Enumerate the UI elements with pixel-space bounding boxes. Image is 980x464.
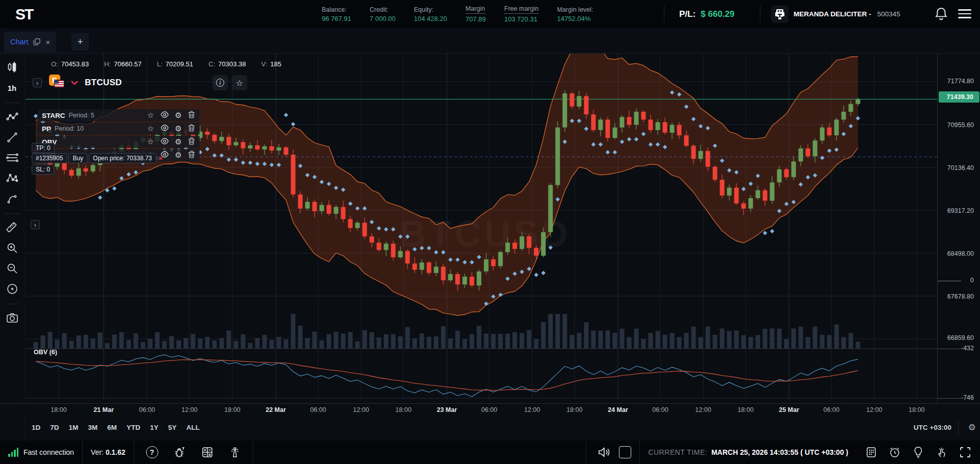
delete-trash-icon[interactable] xyxy=(188,151,195,160)
range-button-all[interactable]: ALL xyxy=(186,424,200,431)
time-tick: 22 Mar xyxy=(266,406,286,413)
ideas-lightbulb-icon[interactable] xyxy=(909,441,928,464)
favorite-star-icon[interactable]: ☆ xyxy=(147,125,154,133)
close-order-icon[interactable]: × xyxy=(159,154,163,162)
tab-chart[interactable]: Chart × xyxy=(4,32,56,52)
current-time: CURRENT TIME:MARCH 25, 2026 14:03:55 ( U… xyxy=(639,441,856,464)
status-tools: ? xyxy=(134,441,253,464)
time-tick: 18:00 xyxy=(224,406,240,413)
time-tick: 18:00 xyxy=(737,406,753,413)
trend-line-icon[interactable] xyxy=(4,129,21,146)
statusbar-checkbox[interactable] xyxy=(619,446,631,458)
gestures-touch-icon[interactable] xyxy=(932,441,951,464)
duplicate-tab-icon[interactable] xyxy=(33,38,40,45)
order-id-chip[interactable]: #1235905 xyxy=(32,153,67,163)
time-tick: 25 Mar xyxy=(779,406,799,413)
stat-value: 103 720.31 xyxy=(504,15,538,23)
range-button-5y[interactable]: 5Y xyxy=(168,424,177,431)
time-tick: 21 Mar xyxy=(93,406,114,413)
symbol-icon: B xyxy=(49,75,67,91)
delete-trash-icon[interactable] xyxy=(188,111,195,120)
take-profit-chip[interactable]: TP: 0 xyxy=(32,143,55,153)
range-button-7d[interactable]: 7D xyxy=(50,424,59,431)
time-tick: 24 Mar xyxy=(608,406,628,413)
economic-calendar-icon[interactable] xyxy=(862,441,881,464)
reset-zoom-target-icon[interactable] xyxy=(4,280,21,298)
screenshot-camera-icon[interactable] xyxy=(4,309,21,327)
toolbar-divider xyxy=(5,213,20,214)
speaker-icon[interactable] xyxy=(594,441,614,464)
favorite-star-icon[interactable]: ☆ xyxy=(147,112,154,119)
horizontal-lines-icon[interactable] xyxy=(4,149,21,166)
range-button-1m[interactable]: 1M xyxy=(69,424,79,431)
ohlc-item: L:70209.51 xyxy=(157,60,193,68)
menu-burger-icon[interactable] xyxy=(958,9,971,18)
add-tab-button[interactable]: + xyxy=(71,33,89,51)
visibility-eye-icon[interactable] xyxy=(160,138,169,146)
tab-chart-label[interactable]: Chart xyxy=(10,38,28,46)
beacon-icon[interactable] xyxy=(225,441,245,464)
avatar[interactable] xyxy=(771,6,788,23)
chart-settings-gear-icon[interactable]: ⚙ xyxy=(968,422,976,432)
indicator-params: Period: 5 xyxy=(69,112,94,119)
alarm-clock-icon[interactable] xyxy=(885,441,904,464)
account-stat: Margin707.89 xyxy=(466,5,486,23)
close-tab-icon[interactable]: × xyxy=(45,38,50,46)
ohlc-item: C:70303.38 xyxy=(208,60,246,68)
settings-gear-icon[interactable]: ⚙ xyxy=(175,125,182,133)
zoom-out-icon[interactable] xyxy=(4,260,21,277)
curve-icon[interactable] xyxy=(4,190,21,207)
delete-trash-icon[interactable] xyxy=(188,137,195,146)
range-button-ytd[interactable]: YTD xyxy=(127,424,140,431)
calculator-icon[interactable] xyxy=(198,441,217,464)
symbol-dropdown-chevron-icon[interactable] xyxy=(70,80,79,85)
order-open-price-chip[interactable]: Open price: 70338.73 xyxy=(89,153,156,163)
indicator-row[interactable]: PPPeriod: 10☆⚙ xyxy=(37,123,200,135)
delete-trash-icon[interactable] xyxy=(188,124,195,133)
time-tick: 06:00 xyxy=(310,406,326,413)
app-logo[interactable]: ST xyxy=(0,6,56,23)
indicator-row[interactable]: OBV☆⚙ xyxy=(37,136,200,148)
indicator-row[interactable]: STARCPeriod: 5☆⚙ xyxy=(37,109,200,121)
visibility-eye-icon[interactable] xyxy=(160,111,169,119)
xabcd-pattern-icon[interactable] xyxy=(4,169,21,187)
fullscreen-icon[interactable] xyxy=(955,441,975,464)
chart-type-candles-icon[interactable] xyxy=(4,59,21,76)
timezone-label[interactable]: UTC +03:00 xyxy=(914,424,951,431)
trading-app: ST Balance:96 767.91Credit:7 000.00Equit… xyxy=(0,0,980,464)
time-axis[interactable]: 18:0021 Mar06:0012:0018:0022 Mar06:0012:… xyxy=(0,403,980,418)
price-chart[interactable]: BTCUSD xyxy=(26,54,937,403)
notifications-bell-icon[interactable] xyxy=(935,7,950,22)
symbol-name[interactable]: BTCUSD xyxy=(85,78,122,88)
settings-gear-icon[interactable]: ⚙ xyxy=(175,112,182,119)
indicator-list-chevron-icon[interactable]: › xyxy=(31,220,40,229)
indicators-icon[interactable] xyxy=(4,108,21,126)
timeframe-button[interactable]: 1h xyxy=(4,79,21,96)
price-tick: 71774.80 xyxy=(947,78,974,85)
account-menu[interactable]: MERANDA DELICITER - 500345 xyxy=(771,0,900,28)
ohlc-label: C: xyxy=(208,60,215,68)
range-button-1y[interactable]: 1Y xyxy=(150,424,159,431)
time-tick: 12:00 xyxy=(866,406,882,413)
favorite-star-icon[interactable]: ☆ xyxy=(147,138,154,146)
settings-gear-icon[interactable]: ⚙ xyxy=(175,138,182,146)
order-side-chip[interactable]: Buy xyxy=(68,153,87,163)
stop-loss-chip[interactable]: SL: 0 xyxy=(32,164,54,175)
ohlc-readout: O:70453.83H:70660.57L:70209.51C:70303.38… xyxy=(51,60,281,68)
ruler-icon[interactable] xyxy=(4,219,21,236)
symbol-info-button[interactable]: i xyxy=(212,75,228,90)
visibility-eye-icon[interactable] xyxy=(160,125,169,133)
ohlc-label: H: xyxy=(104,60,111,68)
range-button-6m[interactable]: 6M xyxy=(107,424,117,431)
help-icon[interactable]: ? xyxy=(142,441,162,464)
price-tick: 67678.80 xyxy=(947,293,974,300)
range-button-3m[interactable]: 3M xyxy=(88,424,98,431)
price-tick: 69317.20 xyxy=(947,207,974,214)
settings-gear-icon[interactable]: ⚙ xyxy=(175,152,182,159)
price-axis[interactable]: 71439.30 71774.8070955.6070136.4069317.2… xyxy=(937,54,980,403)
range-button-1d[interactable]: 1D xyxy=(32,424,40,431)
symbol-favorite-button[interactable]: ☆ xyxy=(232,75,247,90)
collapse-panel-chevron-icon[interactable]: › xyxy=(33,78,42,87)
zoom-in-icon[interactable] xyxy=(4,239,21,257)
bug-report-icon[interactable] xyxy=(170,441,189,464)
